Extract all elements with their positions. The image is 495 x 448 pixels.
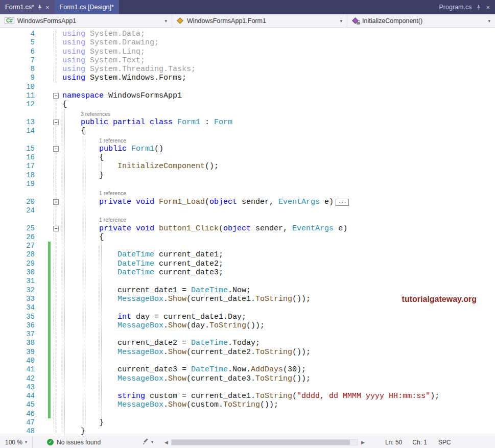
code-line[interactable]: 29DateTime current_date2; (0, 260, 495, 268)
code-line[interactable]: 45MessageBox.Show(custom.ToString()); (0, 400, 495, 409)
code-line[interactable]: 4using System.Data; (0, 30, 495, 38)
scroll-left-icon[interactable]: ◀ (164, 440, 168, 445)
close-icon[interactable]: × (486, 4, 490, 11)
code-text: InitializeComponent(); (117, 162, 219, 171)
fold-toggle-icon[interactable]: − (53, 226, 59, 231)
code-line[interactable]: 26{ (0, 233, 495, 242)
code-text: using System.Drawing; (62, 38, 159, 47)
code-line[interactable]: 15−public Form1() (0, 145, 495, 153)
code-line[interactable]: 10 (0, 83, 495, 91)
zoom-control[interactable]: 100 % ▾ (0, 436, 33, 448)
codelens-row[interactable]: 3 references (0, 109, 495, 118)
code-line[interactable]: 42MessageBox.Show(current_date3.ToString… (0, 374, 495, 383)
code-line[interactable]: 38current_date2 = DateTime.Today; (0, 339, 495, 347)
pin-icon[interactable] (476, 5, 481, 10)
code-line[interactable]: 36MessageBox.Show(day.ToString()); (0, 321, 495, 330)
codelens-row[interactable]: 1 reference (0, 215, 495, 224)
code-line[interactable]: 41current_date3 = DateTime.Now.AddDays(3… (0, 365, 495, 374)
code-line[interactable]: 35int day = current_date1.Day; (0, 313, 495, 321)
code-line[interactable]: 5using System.Drawing; (0, 38, 495, 47)
code-line[interactable]: 46 (0, 410, 495, 418)
code-line[interactable]: 40 (0, 357, 495, 365)
code-line[interactable]: 13−public partial class Form1 : Form (0, 118, 495, 127)
tab-form1-design[interactable]: Form1.cs [Design]* (55, 0, 119, 14)
code-line[interactable]: 37 (0, 330, 495, 339)
code-line[interactable]: 34 (0, 303, 495, 312)
line-number: 11 (0, 91, 35, 100)
code-line[interactable]: 30DateTime current_date3; (0, 268, 495, 277)
code-text: { (99, 153, 104, 162)
fold-toggle-icon[interactable]: + (53, 199, 59, 205)
line-number: 31 (0, 277, 35, 286)
change-bar (48, 348, 51, 357)
change-bar (48, 250, 51, 259)
code-line[interactable]: 27 (0, 242, 495, 250)
code-line[interactable]: 47} (0, 418, 495, 427)
code-line[interactable]: 48} (0, 427, 495, 436)
codelens-references[interactable]: 1 reference (99, 217, 126, 223)
code-line[interactable]: 33MessageBox.Show(current_date1.ToString… (0, 295, 495, 303)
code-text: current_date3 = DateTime.Now.AddDays(30)… (117, 365, 306, 374)
code-text: public Form1() (99, 145, 163, 153)
collapsed-region[interactable]: ... (336, 199, 349, 206)
code-lines-container: 4using System.Data;5using System.Drawing… (0, 28, 495, 436)
code-line[interactable]: 6using System.Linq; (0, 48, 495, 56)
code-text: current_date1 = DateTime.Now; (117, 286, 251, 295)
code-line[interactable]: 44string custom = current_date1.ToString… (0, 392, 495, 400)
fold-toggle-icon[interactable]: − (53, 146, 59, 152)
code-cleanup-button[interactable]: ▾ (143, 438, 153, 446)
code-line[interactable]: 25−private void button1_Click(object sen… (0, 224, 495, 233)
code-line[interactable]: 11−namespace WindowsFormsApp1 (0, 91, 495, 100)
change-bar (48, 321, 51, 330)
code-line[interactable]: 43 (0, 383, 495, 392)
project-dropdown[interactable]: C# WindowsFormsApp1 ▾ (0, 14, 172, 27)
code-line[interactable]: 7using System.Text; (0, 56, 495, 65)
code-line[interactable]: 8using System.Threading.Tasks; (0, 65, 495, 74)
code-text: MessageBox.Show(current_date3.ToString()… (117, 374, 311, 383)
code-text: using System.Threading.Tasks; (62, 65, 196, 74)
tab-form1-cs[interactable]: Form1.cs* × (0, 0, 55, 14)
code-line[interactable]: 19 (0, 180, 495, 188)
type-dropdown[interactable]: WindowsFormsApp1.Form1 ▾ (172, 14, 347, 27)
code-line[interactable]: 24 (0, 206, 495, 215)
codelens-references[interactable]: 1 reference (99, 190, 126, 196)
code-line[interactable]: 12{ (0, 100, 495, 109)
issues-indicator[interactable]: ✓ No issues found (47, 439, 101, 446)
codelens-row[interactable]: 1 reference (0, 188, 495, 197)
code-line[interactable]: 39MessageBox.Show(current_date2.ToString… (0, 348, 495, 357)
line-number: 46 (0, 410, 35, 418)
pin-icon[interactable] (37, 5, 42, 10)
codelens-references[interactable]: 3 references (81, 111, 110, 117)
close-icon[interactable]: × (45, 4, 50, 11)
code-line[interactable]: 32current_date1 = DateTime.Now; (0, 286, 495, 295)
scrollbar-thumb[interactable] (172, 440, 350, 445)
code-line[interactable]: 20+private void Form1_Load(object sender… (0, 198, 495, 206)
code-text: DateTime current_date3; (117, 268, 223, 277)
horizontal-scrollbar[interactable]: ◀ ▶ (164, 439, 365, 445)
code-line[interactable]: 28DateTime current_date1; (0, 250, 495, 259)
code-line[interactable]: 17InitializeComponent(); (0, 162, 495, 171)
code-editor[interactable]: 4using System.Data;5using System.Drawing… (0, 28, 495, 436)
codelens-row[interactable]: 1 reference (0, 136, 495, 145)
code-line[interactable]: 16{ (0, 153, 495, 162)
scroll-right-icon[interactable]: ▶ (361, 440, 365, 445)
code-text: int day = current_date1.Day; (117, 313, 246, 321)
lock-icon (357, 22, 360, 25)
fold-toggle-icon[interactable]: − (53, 120, 59, 125)
class-icon (177, 17, 184, 24)
type-name: WindowsFormsApp1.Form1 (187, 17, 266, 25)
code-line[interactable]: 9using System.Windows.Forms; (0, 74, 495, 82)
change-bar (48, 295, 51, 303)
tab-program-cs[interactable]: Program.cs (439, 4, 472, 11)
scrollbar-track[interactable] (171, 439, 358, 445)
codelens-references[interactable]: 1 reference (99, 137, 126, 144)
code-line[interactable]: 31 (0, 277, 495, 286)
line-number: 5 (0, 38, 35, 47)
fold-toggle-icon[interactable]: − (53, 93, 59, 99)
line-number: 8 (0, 65, 35, 74)
chevron-down-icon: ▾ (164, 18, 167, 23)
code-line[interactable]: 14{ (0, 127, 495, 135)
line-number: 14 (0, 127, 35, 135)
code-line[interactable]: 18} (0, 171, 495, 180)
member-dropdown[interactable]: InitializeComponent() ▾ (347, 14, 495, 27)
